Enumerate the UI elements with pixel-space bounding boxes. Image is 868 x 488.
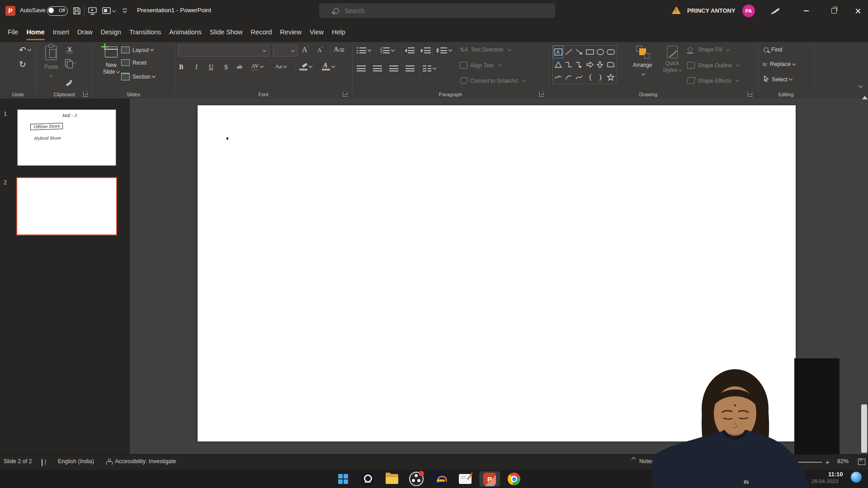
language-indicator[interactable]: English (India) [58,458,94,465]
format-painter-button[interactable] [65,79,72,86]
align-left-button[interactable] [357,66,366,71]
accessibility-status[interactable]: Accessibility: Investigate [115,458,176,465]
reset-button[interactable]: Reset [121,59,146,66]
copy-button[interactable] [65,59,75,66]
tab-animations[interactable]: Animations [165,22,206,42]
shape-down-arrow[interactable] [595,58,605,71]
align-text-button[interactable]: Align Text [460,62,501,69]
taskbar-obs-studio[interactable] [406,471,427,487]
taskbar-file-explorer[interactable] [382,471,402,487]
restore-button[interactable] [824,0,844,22]
clipboard-dialog-launcher[interactable] [83,92,88,97]
tab-home[interactable]: Home [22,22,48,42]
increase-font-size-button[interactable]: Aˆ [302,46,309,54]
increase-indent-button[interactable] [421,47,431,53]
undo-button[interactable]: ↶ [19,46,31,54]
layout-button[interactable]: Layout [121,47,153,53]
editing-mode-pen-icon[interactable] [771,6,780,15]
columns-button[interactable] [423,66,436,71]
shape-elbow-arrow-connector[interactable] [574,58,585,71]
text-shadow-button[interactable]: S [224,64,228,71]
tab-view[interactable]: View [306,22,328,42]
font-dialog-launcher[interactable] [343,92,348,97]
bold-button[interactable]: B [179,64,183,71]
shape-curve[interactable] [574,71,585,84]
strikethrough-button[interactable]: ab [237,64,242,70]
slide-2-thumbnail[interactable] [16,177,117,235]
font-color-button[interactable]: A [322,63,335,70]
bullets-button[interactable] [357,47,371,53]
shape-arrow[interactable] [574,46,585,58]
taskbar-audio-app[interactable] [430,471,451,487]
tab-review[interactable]: Review [276,22,306,42]
font-size-combobox[interactable] [273,45,297,56]
close-button[interactable] [847,0,868,22]
shape-left-brace[interactable]: { [585,71,595,84]
shape-effects-button[interactable]: Shape Effects [687,77,739,84]
autosave-toggle[interactable]: Off [47,6,68,16]
warning-icon[interactable] [672,6,681,14]
input-language-indicator[interactable]: IN [744,479,749,485]
minimize-button[interactable] [796,0,816,22]
new-slide-button[interactable]: New Slide [99,47,124,75]
shape-right-brace[interactable]: } [595,71,605,84]
underline-button[interactable]: U [209,64,213,71]
taskbar-start-button[interactable] [333,471,354,487]
search-input[interactable] [344,7,544,15]
tab-insert[interactable]: Insert [49,22,73,42]
shape-oval[interactable] [595,46,605,58]
shape-right-arrow[interactable] [585,58,595,71]
vertical-scrollbar-thumb[interactable] [861,404,867,453]
clear-formatting-button[interactable]: A⌫ [334,46,344,53]
cut-button[interactable] [66,47,73,54]
shape-snip-corner-rectangle[interactable] [606,58,616,71]
decrease-font-size-button[interactable]: Aˇ [317,47,323,54]
tab-record[interactable]: Record [247,22,276,42]
slide-1-thumbnail[interactable]: Mdl - 3 Offline Store Hybrid Store [17,109,116,166]
text-direction-button[interactable]: ⇅A Text Direction [460,47,511,53]
avatar[interactable]: PA [742,5,755,17]
justify-button[interactable] [406,66,415,71]
taskbar-chrome[interactable] [504,471,524,487]
shape-elbow-connector[interactable] [563,58,574,71]
shape-rectangle[interactable] [585,46,595,58]
paste-button[interactable]: Paste [44,46,58,78]
tab-help[interactable]: Help [328,22,349,42]
customize-quick-access-toolbar-icon[interactable] [119,5,130,16]
shape-fill-button[interactable]: Shape Fill [687,47,729,53]
character-spacing-button[interactable]: AV [251,63,263,70]
drawing-dialog-launcher[interactable] [748,92,753,97]
decrease-indent-button[interactable] [405,47,415,53]
tab-file[interactable]: File [4,22,22,42]
find-button[interactable]: Find [764,47,782,53]
taskbar-camera-app[interactable] [357,471,378,487]
quick-styles-button[interactable]: Quick Styles [659,46,685,74]
taskbar-whiteboard-app[interactable] [455,471,476,487]
shape-arc[interactable] [563,71,574,84]
shape-line[interactable] [563,46,574,58]
taskbar-powerpoint[interactable]: P [479,471,500,487]
tab-design[interactable]: Design [97,22,125,42]
change-case-button[interactable]: Aa [275,63,286,70]
fit-slide-to-window-button[interactable] [858,459,865,465]
collapse-ribbon-button[interactable] [856,85,863,92]
text-highlight-color-button[interactable] [299,63,312,70]
line-spacing-button[interactable] [436,47,452,53]
select-button[interactable]: Select [764,75,792,83]
tab-slide-show[interactable]: Slide Show [206,22,247,42]
shape-star[interactable] [606,71,616,84]
account-name[interactable]: PRINCY ANTONY [687,7,736,14]
shape-rounded-rectangle[interactable] [606,46,616,58]
shape-textbox[interactable]: A [553,46,563,58]
scroll-up-arrow[interactable] [862,96,868,99]
print-preview-icon[interactable] [100,5,117,16]
convert-to-smartart-button[interactable]: Convert to SmartArt [460,77,525,84]
spellcheck-book-icon[interactable] [42,459,42,466]
section-button[interactable]: Section [121,73,155,80]
start-slideshow-icon[interactable] [87,5,98,16]
tab-draw[interactable]: Draw [73,22,97,42]
align-right-button[interactable] [389,66,398,71]
align-center-button[interactable] [373,66,382,71]
arrange-button[interactable]: Arrange [629,46,656,77]
slide-indicator[interactable]: Slide 2 of 2 [4,458,32,465]
